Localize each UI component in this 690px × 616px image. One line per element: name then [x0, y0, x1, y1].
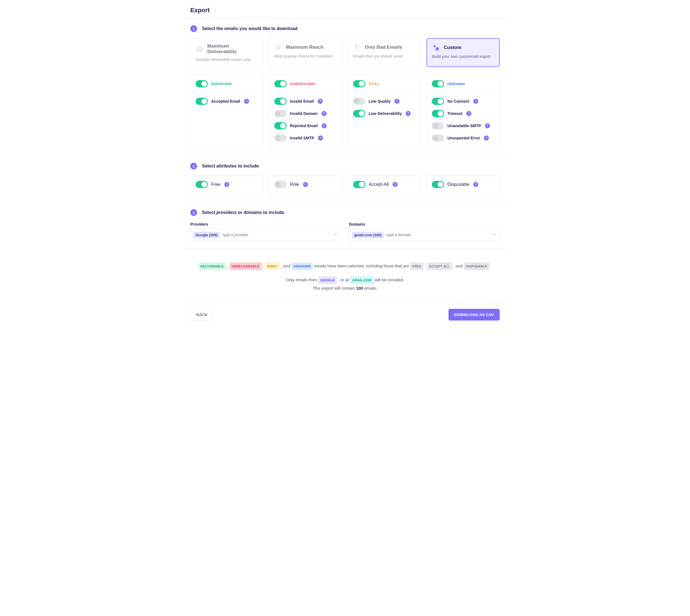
pill-gmail: GMAIL.COM [350, 276, 374, 284]
provider-tag[interactable]: Google (100) [193, 232, 220, 238]
divider [184, 155, 506, 155]
thumbs-down-icon [353, 43, 361, 51]
chevron-down-icon[interactable] [334, 232, 338, 238]
help-icon[interactable]: ? [466, 111, 471, 116]
preset-desc: Includes deliverable emails only. [196, 57, 258, 62]
attribute-label: Role [290, 182, 299, 187]
summary-count: 100 [356, 286, 363, 290]
toggle-undeliverable[interactable] [274, 80, 287, 87]
help-icon[interactable]: ? [395, 99, 400, 104]
help-icon[interactable]: ? [321, 111, 327, 116]
preset-max-reach[interactable]: Maximum Reach Most popular choice for ma… [269, 38, 342, 67]
toggle-timeout[interactable] [432, 110, 444, 117]
category-label-risky: Risky [369, 82, 379, 86]
toggle-free[interactable] [196, 181, 208, 188]
toggle-invalid-email[interactable] [274, 98, 287, 105]
sub-label: Accepted Email [211, 99, 240, 104]
toggle-deliverable[interactable] [196, 80, 208, 87]
step-1-title: Select the emails you would like to down… [202, 26, 297, 31]
domains-input[interactable]: gmail.com (100) [349, 229, 500, 241]
domain-text-input[interactable] [386, 233, 489, 237]
sub-label: Unavailable SMTP [447, 124, 481, 128]
divider [184, 201, 506, 201]
toggle-accepted-email[interactable] [196, 98, 208, 105]
help-icon[interactable]: ? [244, 99, 249, 104]
sub-label: Low Quality [369, 99, 391, 104]
attribute-card-free: Free? [190, 176, 264, 193]
step-3-badge: 3 [190, 209, 197, 216]
summary-text: , and [281, 263, 291, 268]
preset-custom[interactable]: Custom Build your own customized export. [426, 38, 500, 67]
toggle-invalid-smtp[interactable] [274, 134, 287, 141]
help-icon[interactable]: ? [473, 99, 478, 104]
attribute-card-disposable: Disposable? [426, 176, 500, 193]
help-icon[interactable]: ? [318, 135, 323, 140]
svg-rect-1 [275, 45, 281, 46]
toggle-rejected-email[interactable] [274, 122, 287, 129]
toggle-no-connect[interactable] [432, 98, 444, 105]
toggle-unexpected-error[interactable] [432, 134, 444, 141]
back-button[interactable]: BACK [190, 309, 214, 321]
svg-point-3 [434, 45, 436, 47]
pill-unknown: UNKNOWN [291, 262, 313, 270]
summary-text: , or at [338, 278, 350, 282]
pill-accept-all: ACCEPT ALL [427, 262, 452, 270]
sub-label: Invalid SMTP [290, 136, 314, 140]
chevron-down-icon[interactable] [492, 232, 497, 238]
summary-text: will be included. [375, 278, 404, 282]
step-2-section: 2 Select attributes to include Free?Role… [190, 163, 500, 193]
help-icon[interactable]: ? [318, 99, 323, 104]
provider-text-input[interactable] [223, 233, 331, 237]
category-card-risky: RiskyLow Quality?Low Deliverability? [348, 75, 421, 147]
step-2-badge: 2 [190, 163, 197, 170]
pill-google: GOOGLE [318, 276, 337, 284]
help-icon[interactable]: ? [484, 135, 489, 140]
summary-text: Only emails from [286, 278, 318, 282]
export-summary: DELIVERABLE , UNDELIVERABLE , RISKY , an… [190, 257, 500, 295]
providers-input[interactable]: Google (100) [190, 229, 341, 241]
toggle-unavailable-smtp[interactable] [432, 122, 444, 129]
help-icon[interactable]: ? [473, 182, 478, 187]
preset-desc: Most popular choice for marketers. [274, 54, 337, 59]
sub-label: Low Deliverability [369, 111, 402, 116]
help-icon[interactable]: ? [303, 182, 308, 187]
toggle-invalid-domain[interactable] [274, 110, 287, 117]
step-1-header: 1 Select the emails you would like to do… [190, 25, 500, 32]
toggle-low-deliverability[interactable] [353, 110, 365, 117]
attribute-label: Free [211, 182, 220, 187]
providers-label: Providers [190, 222, 341, 226]
summary-text: , and [453, 263, 464, 268]
preset-max-deliverability[interactable]: Maximum Deliverability Includes delivera… [190, 38, 264, 67]
step-3-section: 3 Select providers or domains to include… [190, 209, 500, 241]
help-icon[interactable]: ? [321, 123, 327, 128]
preset-bad-emails[interactable]: Only Bad Emails Emails that you should a… [348, 38, 421, 67]
attribute-card-accept-all: Accept-All? [348, 176, 421, 193]
summary-text: This export will contain [313, 286, 356, 290]
sub-label: Invalid Email [290, 99, 314, 104]
attribute-label: Disposable [447, 182, 469, 187]
toggle-disposable[interactable] [432, 181, 444, 188]
help-icon[interactable]: ? [485, 123, 490, 128]
toggle-accept-all[interactable] [353, 181, 365, 188]
step-1-section: 1 Select the emails you would like to do… [190, 25, 500, 147]
pill-disposable: DISPOSABLE [464, 262, 489, 270]
help-icon[interactable]: ? [393, 182, 398, 187]
page-title: Export [190, 7, 500, 14]
domains-label: Domains [349, 222, 500, 226]
step-2-header: 2 Select attributes to include [190, 163, 500, 170]
download-csv-button[interactable]: DOWNLOAD AS CSV [448, 309, 500, 321]
toggle-risky[interactable] [353, 80, 365, 87]
gears-icon [432, 44, 440, 51]
domain-tag[interactable]: gmail.com (100) [352, 232, 384, 238]
step-3-title: Select providers or domains to include [202, 210, 284, 215]
help-icon[interactable]: ? [224, 182, 229, 187]
svg-rect-2 [276, 47, 281, 49]
toggle-low-quality[interactable] [353, 98, 365, 105]
toggle-unknown[interactable] [432, 80, 444, 87]
help-icon[interactable]: ? [406, 111, 411, 116]
toggle-role[interactable] [274, 181, 287, 188]
preset-desc: Build your own customized export. [432, 54, 494, 59]
divider [184, 18, 506, 19]
preset-desc: Emails that you should avoid. [353, 54, 416, 59]
sub-label: Timeout [447, 111, 462, 116]
